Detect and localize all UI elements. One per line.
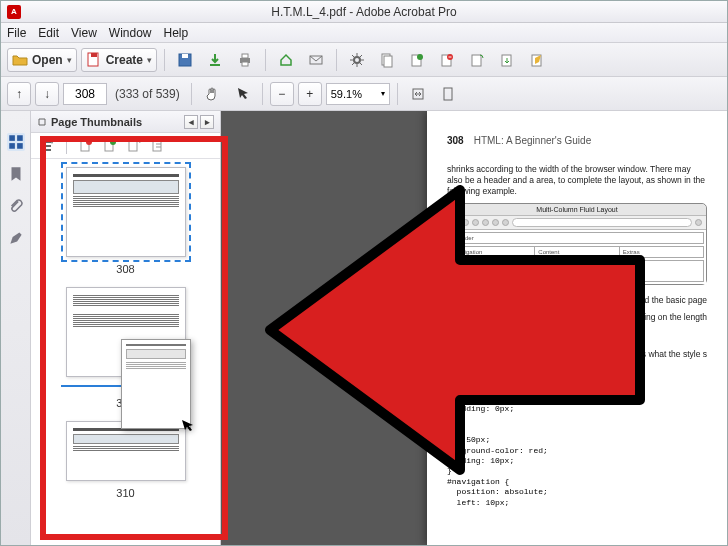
menubar: File Edit View Window Help: [1, 23, 727, 43]
svg-rect-18: [444, 88, 452, 100]
menu-window[interactable]: Window: [109, 26, 152, 40]
plus-icon: +: [306, 87, 313, 101]
rotate-button[interactable]: [464, 48, 490, 72]
svg-point-29: [110, 139, 116, 145]
page-number-input[interactable]: [63, 83, 107, 105]
replace-icon: [409, 52, 425, 68]
replace-page-icon: [150, 138, 166, 154]
layout-columns: Navigation Content Extras: [450, 246, 704, 258]
export-icon: [207, 52, 223, 68]
menu-view[interactable]: View: [71, 26, 97, 40]
bookmarks-tab[interactable]: [7, 165, 25, 183]
nav-dot-icon: [452, 219, 459, 226]
para-3: age layout, the following shows what the…: [447, 349, 707, 360]
thumb-label-308: 308: [116, 263, 134, 275]
collapse-icon[interactable]: [37, 117, 47, 127]
drag-cursor-icon: [180, 418, 196, 434]
open-button[interactable]: Open: [7, 48, 77, 72]
nav-dot-icon: [492, 219, 499, 226]
example-browser: Multi-Column Fluid Layout Header Navigat…: [447, 203, 707, 285]
zoom-out-button[interactable]: −: [270, 82, 294, 106]
thumb-next-button[interactable]: ▸: [200, 115, 214, 129]
email-icon: [308, 52, 324, 68]
thumb-rotate-button[interactable]: [102, 138, 118, 154]
rotate-icon: [469, 52, 485, 68]
pages-icon: [379, 52, 395, 68]
zoom-value: 59.1%: [331, 88, 362, 100]
toolbar-main: Open Create: [1, 43, 727, 77]
svg-rect-5: [242, 62, 248, 66]
menu-edit[interactable]: Edit: [38, 26, 59, 40]
app-window: A H.T.M.L_4.pdf - Adobe Acrobat Pro File…: [0, 0, 728, 546]
thumbnail-308[interactable]: [66, 167, 186, 257]
rotate-page-icon: [102, 138, 118, 154]
pen-icon: [7, 229, 25, 247]
extract-icon: [499, 52, 515, 68]
pdf-icon: A: [7, 5, 21, 19]
paperclip-icon: [7, 197, 25, 215]
delete-page-button[interactable]: [434, 48, 460, 72]
print-icon: [237, 52, 253, 68]
share-button[interactable]: [273, 48, 299, 72]
bookmark-icon: [7, 165, 25, 183]
nav-rail: [1, 111, 31, 545]
attachments-tab[interactable]: [7, 197, 25, 215]
svg-rect-24: [41, 145, 51, 147]
para-2b: ylesheet somewhat, depending on the leng…: [447, 312, 707, 323]
thumb-options-button[interactable]: [39, 138, 55, 154]
page-up-button[interactable]: ↑: [7, 82, 31, 106]
thumbnails-icon: [7, 133, 25, 151]
save-button[interactable]: [172, 48, 198, 72]
thumbnails-tab[interactable]: [7, 133, 25, 151]
edit-button[interactable]: [524, 48, 550, 72]
gear-button[interactable]: [344, 48, 370, 72]
browser-title: Multi-Column Fluid Layout: [448, 204, 706, 216]
thumb-insert-button[interactable]: [126, 138, 142, 154]
arrow-up-icon: ↑: [16, 87, 22, 101]
toolbar-nav: ↑ ↓ (333 of 539) − + 59.1%▾: [1, 77, 727, 111]
svg-rect-22: [17, 143, 23, 149]
create-button[interactable]: Create: [81, 48, 157, 72]
zoom-select[interactable]: 59.1%▾: [326, 83, 390, 105]
email-button[interactable]: [303, 48, 329, 72]
select-tool-button[interactable]: [229, 82, 255, 106]
para-3-pre: ight look like:: [447, 366, 707, 377]
layout-header: Header: [450, 232, 704, 244]
layout-content: Content: [535, 247, 619, 257]
drag-ghost-thumbnail: [121, 339, 191, 429]
thumb-prev-button[interactable]: ◂: [184, 115, 198, 129]
replace-button[interactable]: [404, 48, 430, 72]
thumbnails-panel: Page Thumbnails ◂ ▸: [31, 111, 221, 545]
create-icon: [86, 52, 102, 68]
body: Page Thumbnails ◂ ▸: [1, 111, 727, 545]
insert-page-icon: [126, 138, 142, 154]
document-area[interactable]: 308 HTML: A Beginner's Guide shrinks acc…: [221, 111, 727, 545]
pages-button[interactable]: [374, 48, 400, 72]
thumb-delete-button[interactable]: [78, 138, 94, 154]
menu-help[interactable]: Help: [164, 26, 189, 40]
export-button[interactable]: [202, 48, 228, 72]
folder-icon: [12, 52, 28, 68]
signatures-tab[interactable]: [7, 229, 25, 247]
thumbnails-title: Page Thumbnails: [51, 116, 142, 128]
nav-dot-icon: [695, 219, 702, 226]
para-1: shrinks according to the width of the br…: [447, 164, 707, 197]
svg-rect-25: [41, 149, 51, 151]
extract-button[interactable]: [494, 48, 520, 72]
hand-tool-button[interactable]: [199, 82, 225, 106]
window-title: H.T.M.L_4.pdf - Adobe Acrobat Pro: [271, 5, 456, 19]
menu-file[interactable]: File: [7, 26, 26, 40]
thumbnails-list[interactable]: 308 309 310: [31, 159, 220, 545]
thumbnail-310[interactable]: [66, 421, 186, 481]
thumb-replace-button[interactable]: [150, 138, 166, 154]
fit-width-button[interactable]: [405, 82, 431, 106]
fit-page-button[interactable]: [435, 82, 461, 106]
svg-rect-9: [384, 56, 392, 67]
page-down-button[interactable]: ↓: [35, 82, 59, 106]
browser-toolbar: [448, 216, 706, 230]
print-button[interactable]: [232, 48, 258, 72]
zoom-in-button[interactable]: +: [298, 82, 322, 106]
layout-nav: Navigation: [451, 247, 535, 257]
svg-point-11: [417, 54, 423, 60]
nav-dot-icon: [462, 219, 469, 226]
